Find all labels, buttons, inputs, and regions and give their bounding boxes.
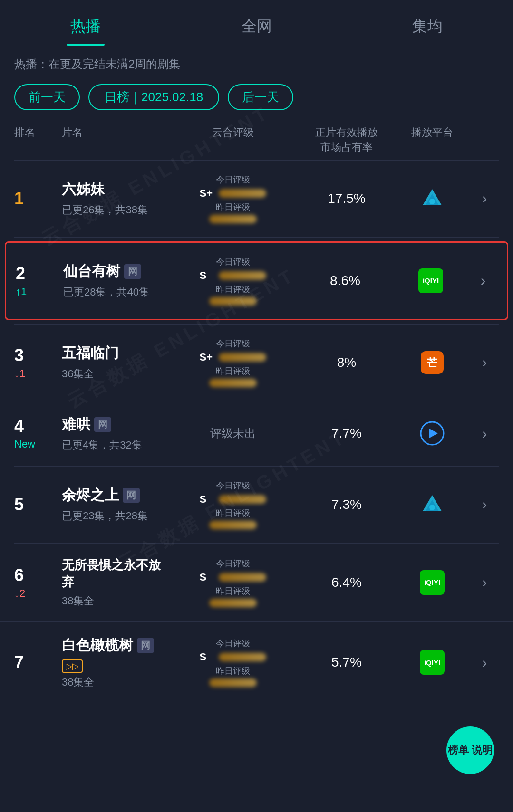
- rank-cell: 3 ↓1: [14, 345, 62, 380]
- youku-icon: [420, 421, 445, 446]
- arrow[interactable]: ›: [470, 190, 499, 207]
- show-subtitle: 已更28集，共40集: [63, 285, 168, 299]
- rank-change: ↑1: [16, 286, 27, 298]
- header-arrow: [470, 125, 499, 155]
- rating-bar-today: [219, 653, 266, 661]
- rating-cell: 今日评级 S+ 昨日评级: [166, 338, 299, 387]
- svg-marker-6: [429, 429, 438, 438]
- rank-change: ↓1: [14, 367, 25, 380]
- date-nav: 前一天 日榜｜2025.02.18 后一天: [0, 76, 513, 121]
- tab-all[interactable]: 全网: [171, 10, 342, 46]
- market-share: 7.3%: [299, 497, 394, 512]
- arrow[interactable]: ›: [470, 425, 499, 442]
- row-divider: [14, 237, 499, 238]
- iqiyi-icon: iQIYI: [418, 268, 443, 293]
- platform-cell: [394, 493, 470, 516]
- market-share: 7.7%: [299, 426, 394, 441]
- show-subtitle: 38集全: [62, 594, 166, 608]
- header-rank: 排名: [14, 125, 62, 155]
- list-item[interactable]: 3 ↓1 五福临门 36集全 今日评级 S+ 昨日评级 8% 芒 ›: [0, 325, 513, 401]
- rating-bar-prev: [209, 215, 257, 223]
- header-market-share: 正片有效播放市场占有率: [299, 125, 394, 155]
- rank-number: 1: [14, 189, 24, 209]
- arrow[interactable]: ›: [469, 272, 497, 289]
- show-subtitle: 已更23集，共28集: [62, 509, 166, 523]
- rank-change: ↓2: [14, 587, 25, 600]
- tab-bar: 热播 全网 集均: [0, 0, 513, 46]
- next-day-button[interactable]: 后一天: [228, 84, 293, 110]
- tab-hot[interactable]: 热播: [0, 10, 171, 46]
- svg-text:芒: 芒: [427, 357, 438, 369]
- arrow[interactable]: ›: [470, 654, 499, 671]
- market-share: 17.5%: [299, 191, 394, 206]
- show-subtitle: 38集全: [62, 675, 166, 689]
- tencent-icon: [421, 493, 444, 516]
- show-title: 无所畏惧之永不放弃: [62, 557, 166, 590]
- mango-icon: 芒: [421, 351, 444, 374]
- title-cell: 无所畏惧之永不放弃 38集全: [62, 557, 166, 608]
- list-item[interactable]: 1 六姊妹 已更26集，共38集 今日评级 S+ 昨日评级 17.5% ›: [0, 161, 513, 237]
- list-item[interactable]: 4 New 难哄 网 已更4集，共32集 评级未出 7.7% ›: [0, 401, 513, 466]
- list-item[interactable]: 6 ↓2 无所畏惧之永不放弃 38集全 今日评级 S 昨日评级 6.4% iQI…: [0, 544, 513, 622]
- title-cell: 五福临门 36集全: [62, 344, 166, 381]
- iqiyi-icon: iQIYI: [420, 650, 445, 675]
- title-cell: 仙台有树 网 已更28集，共40集: [63, 262, 168, 299]
- rank-cell: 7: [14, 652, 62, 672]
- market-share: 8.6%: [298, 273, 393, 288]
- current-date-button[interactable]: 日榜｜2025.02.18: [88, 84, 219, 110]
- show-title: 难哄 网: [62, 415, 166, 434]
- rating-cell: 今日评级 S 昨日评级: [168, 256, 298, 306]
- prev-day-button[interactable]: 前一天: [14, 84, 80, 110]
- arrow[interactable]: ›: [470, 573, 499, 591]
- rating-bar-prev: [209, 521, 257, 529]
- platform-cell: [394, 187, 470, 210]
- header-title: 片名: [62, 125, 166, 155]
- rank-number: 7: [14, 652, 24, 672]
- title-cell: 六姊妹 已更26集，共38集: [62, 180, 166, 217]
- iqiyi-icon: iQIYI: [420, 570, 445, 595]
- no-rating: 评级未出: [210, 426, 256, 441]
- list-item[interactable]: 7 白色橄榄树 网 ▷▷ 38集全 今日评级 S 昨日评级 5.7% iQIYI…: [0, 622, 513, 703]
- header-rating: 云合评级: [166, 125, 299, 155]
- net-tag: 网: [123, 488, 140, 503]
- rating-bar-prev: [209, 297, 257, 306]
- svg-point-2: [429, 199, 435, 204]
- rating-cell: 今日评级 S 昨日评级: [166, 638, 299, 687]
- rank-cell: 2 ↑1: [16, 264, 63, 298]
- arrow[interactable]: ›: [470, 353, 499, 371]
- rating-cell: 今日评级 S 昨日评级: [166, 480, 299, 529]
- show-title: 六姊妹: [62, 180, 166, 199]
- tab-avg[interactable]: 集均: [342, 10, 513, 46]
- rank-number: 4: [14, 416, 24, 436]
- rating-cell: 今日评级 S+ 昨日评级: [166, 174, 299, 223]
- rating-bar-prev: [209, 599, 257, 607]
- rating-cell: 今日评级 S 昨日评级: [166, 558, 299, 607]
- show-subtitle: 已更4集，共32集: [62, 438, 166, 452]
- show-title: 仙台有树 网: [63, 262, 168, 281]
- market-share: 6.4%: [299, 575, 394, 590]
- fab-explanation[interactable]: 榜单 说明: [446, 726, 494, 774]
- show-subtitle: 36集全: [62, 367, 166, 381]
- show-title: 五福临门: [62, 344, 166, 363]
- rating-bar-today: [219, 573, 266, 582]
- platform-cell: iQIYI: [394, 650, 470, 675]
- subtitle: 热播：在更及完结未满2周的剧集: [0, 46, 513, 76]
- header-platform: 播放平台: [394, 125, 470, 155]
- play-tag: ▷▷: [62, 659, 83, 673]
- net-tag: 网: [94, 417, 111, 432]
- rank-number: 3: [14, 345, 24, 365]
- rating-cell: 评级未出: [166, 426, 299, 441]
- list-item[interactable]: 2 ↑1 仙台有树 网 已更28集，共40集 今日评级 S 昨日评级 8.6% …: [5, 241, 508, 320]
- list-item[interactable]: 5 余烬之上 网 已更23集，共28集 今日评级 S 昨日评级 7.3% ›: [0, 467, 513, 543]
- rank-number: 5: [14, 495, 24, 515]
- rank-cell: 1: [14, 189, 62, 209]
- rank-cell: 4 New: [14, 416, 62, 450]
- platform-cell: iQIYI: [393, 268, 469, 293]
- arrow[interactable]: ›: [470, 496, 499, 513]
- rating-bar-prev: [209, 379, 257, 387]
- net-tag: 网: [124, 264, 141, 279]
- rank-change: New: [14, 438, 35, 450]
- rank-cell: 5: [14, 495, 62, 515]
- net-tag: 网: [137, 638, 154, 653]
- rank-cell: 6 ↓2: [14, 565, 62, 600]
